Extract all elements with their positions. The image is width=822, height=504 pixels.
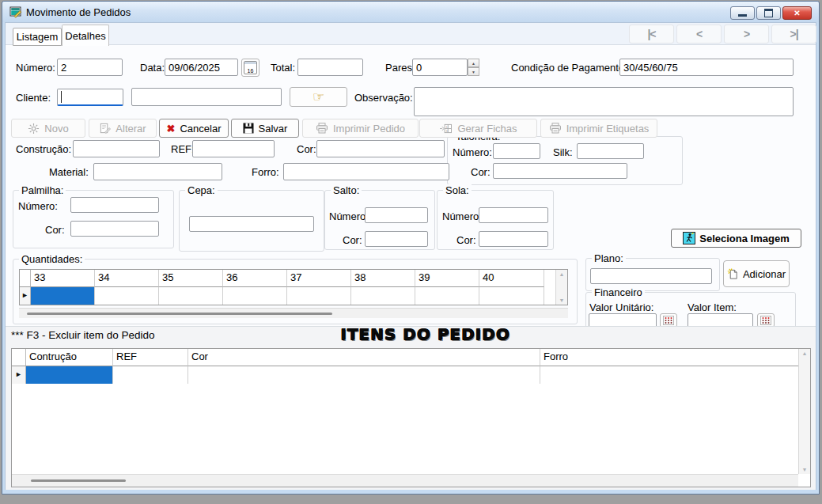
- calculator-icon: [760, 316, 771, 325]
- sola-cor-input[interactable]: [479, 231, 548, 247]
- row-indicator-cell: ►: [20, 287, 31, 305]
- printer-icon: [549, 123, 562, 134]
- palmilha-cor-input[interactable]: [70, 221, 159, 237]
- cor-label: Cor:: [297, 143, 316, 155]
- itens-horizontal-scrollbar[interactable]: [12, 474, 798, 487]
- total-label: Total:: [271, 62, 295, 74]
- itens-grid-row: ►: [12, 366, 810, 384]
- grid-corner-cell: [20, 270, 31, 287]
- quantity-cell[interactable]: [351, 287, 415, 305]
- condicao-pagamento-label: Condição de Pagamento:: [511, 62, 627, 74]
- scroll-down-icon[interactable]: ▼: [799, 467, 810, 472]
- pares-spin-up[interactable]: ▲: [468, 59, 479, 67]
- condicao-pagamento-input[interactable]: [619, 59, 794, 76]
- quantity-cell[interactable]: [95, 287, 159, 305]
- salvar-label: Salvar: [259, 123, 288, 135]
- size-column-header: 34: [95, 270, 159, 287]
- scroll-down-icon[interactable]: ▼: [556, 297, 567, 303]
- pares-input[interactable]: [412, 59, 468, 76]
- ref-input[interactable]: [192, 140, 275, 157]
- scroll-up-icon[interactable]: ▲: [556, 271, 567, 277]
- palmilha-numero-input[interactable]: [70, 197, 159, 213]
- quantity-cell[interactable]: [159, 287, 223, 305]
- maximize-button[interactable]: [756, 6, 781, 20]
- nav-last-button[interactable]: >|: [771, 25, 816, 44]
- alterar-label: Alterar: [116, 123, 146, 135]
- nav-first-button[interactable]: |<: [629, 25, 674, 44]
- quantidades-vertical-scrollbar[interactable]: ▲ ▼: [555, 270, 567, 305]
- item-cell[interactable]: [188, 366, 540, 384]
- scrollbar-thumb[interactable]: [27, 313, 332, 315]
- cliente-codigo-input[interactable]: [57, 89, 123, 106]
- imprimir-pedido-button[interactable]: Imprimir Pedido: [302, 119, 419, 138]
- cor-input[interactable]: [316, 140, 445, 157]
- quantity-cell[interactable]: [223, 287, 287, 305]
- imprimir-etiquetas-button[interactable]: Imprimir Etiquetas: [540, 119, 657, 138]
- salto-cor-input[interactable]: [365, 231, 428, 247]
- ref-label: REF:: [171, 143, 195, 155]
- size-column-header: 38: [351, 270, 415, 287]
- cancelar-button[interactable]: ✖ Cancelar: [159, 119, 229, 138]
- plano-input[interactable]: [590, 268, 712, 284]
- novo-button[interactable]: Novo: [11, 119, 85, 138]
- construcao-input[interactable]: [73, 140, 160, 157]
- salto-numero-input[interactable]: [365, 207, 428, 223]
- quantity-cell[interactable]: [479, 287, 544, 305]
- down-arrow-icon: ▼: [472, 70, 475, 74]
- f3-hint: *** F3 - Excluir item do Pedido: [11, 329, 155, 341]
- cepa-input[interactable]: [189, 216, 314, 232]
- size-column-header: 33: [31, 270, 95, 287]
- minimize-button[interactable]: [730, 6, 755, 20]
- quantidades-grid-row: ►: [20, 287, 567, 305]
- pares-spin-down[interactable]: ▼: [468, 67, 479, 76]
- item-cell[interactable]: [113, 366, 188, 384]
- quantity-cell[interactable]: [415, 287, 479, 305]
- itens-vertical-scrollbar[interactable]: ▲ ▼: [798, 349, 810, 474]
- size-column-header: 40: [479, 270, 544, 287]
- forro-input[interactable]: [283, 163, 449, 180]
- title-bar[interactable]: Movimento de Pedidos: [2, 2, 819, 22]
- row-indicator-icon: ►: [21, 291, 28, 299]
- data-input[interactable]: [165, 59, 238, 76]
- nav-prev-button[interactable]: <: [676, 25, 722, 44]
- close-icon: ✕: [794, 9, 800, 17]
- sola-title: Sola:: [443, 184, 472, 196]
- taloneira-cor-input[interactable]: [493, 163, 627, 179]
- cepa-title: Cepa:: [185, 184, 218, 196]
- tab-listagem[interactable]: Listagem: [13, 28, 62, 46]
- gerar-fichas-button[interactable]: 13 Gerar Fichas: [419, 119, 537, 138]
- salvar-button[interactable]: Salvar: [231, 119, 299, 138]
- scroll-up-icon[interactable]: ▲: [799, 351, 810, 356]
- total-input[interactable]: [297, 59, 363, 76]
- alterar-button[interactable]: Alterar: [89, 119, 157, 138]
- quantity-cell-selected[interactable]: [31, 287, 95, 305]
- calendar-button[interactable]: 16: [241, 59, 259, 77]
- quantidades-horizontal-scrollbar[interactable]: [19, 308, 568, 318]
- itens-heading: ITENS DO PEDIDO: [340, 324, 509, 343]
- numero-input[interactable]: [57, 59, 123, 76]
- cepa-group: Cepa:: [179, 190, 324, 252]
- taloneira-numero-input[interactable]: [493, 143, 540, 159]
- text-caret: [61, 91, 62, 103]
- quantity-cell[interactable]: [287, 287, 351, 305]
- observacao-input[interactable]: [414, 87, 794, 116]
- tab-detalhes[interactable]: Detalhes: [62, 25, 109, 46]
- material-input[interactable]: [93, 163, 222, 180]
- seleciona-imagem-button[interactable]: Seleciona Imagem: [671, 229, 801, 248]
- sola-numero-input[interactable]: [479, 207, 548, 223]
- nav-next-button[interactable]: >: [724, 25, 769, 44]
- imprimir-etiquetas-label: Imprimir Etiquetas: [566, 123, 650, 135]
- adicionar-button[interactable]: Adicionar: [723, 260, 790, 287]
- itens-grid-header: Contrução REF Cor Forro: [12, 349, 810, 366]
- add-page-icon: [727, 268, 739, 280]
- minimize-icon: [738, 14, 747, 17]
- item-cell-selected[interactable]: [26, 366, 113, 384]
- runner-icon: [683, 232, 695, 244]
- close-button[interactable]: ✕: [782, 6, 812, 20]
- cliente-nome-input[interactable]: [131, 88, 282, 106]
- size-column-header: 35: [159, 270, 223, 287]
- item-cell[interactable]: [540, 366, 798, 384]
- cliente-lookup-button[interactable]: ☞: [290, 87, 347, 107]
- taloneira-silk-input[interactable]: [577, 143, 644, 159]
- scrollbar-thumb[interactable]: [31, 479, 126, 482]
